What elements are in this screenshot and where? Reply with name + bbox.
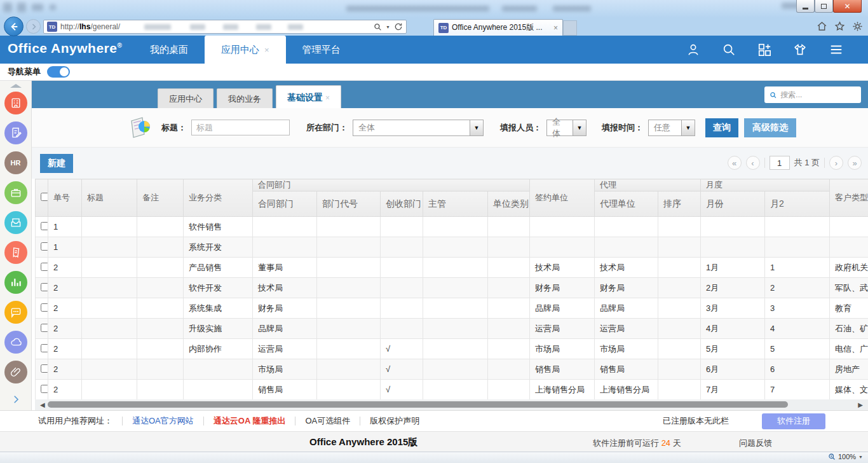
scroll-right-icon[interactable]: ▶: [858, 400, 863, 410]
zoom-control[interactable]: 100% ▼: [828, 453, 863, 460]
prev-page-button[interactable]: ‹: [746, 156, 760, 170]
app-sidebar: HR: [0, 81, 32, 410]
select-all-checkbox[interactable]: [41, 193, 48, 201]
column-header: 创收部门: [381, 191, 423, 217]
footer-link[interactable]: 通达OA官方网站: [132, 415, 194, 427]
apps-grid-icon[interactable]: [757, 43, 771, 57]
settings-gear-icon[interactable]: [852, 21, 863, 32]
scroll-left-icon[interactable]: ◀: [40, 400, 45, 410]
footer-link[interactable]: 版权保护声明: [370, 415, 419, 427]
row-checkbox[interactable]: [41, 344, 48, 352]
sidebar-item-bar-chart[interactable]: [4, 271, 27, 294]
table-cell: 上海销售分局: [530, 380, 595, 400]
hr-icon: HR: [11, 159, 21, 167]
scrollbar-thumb[interactable]: [48, 401, 788, 408]
sidebar-item-paperclip[interactable]: [4, 361, 27, 384]
first-page-button[interactable]: «: [728, 156, 742, 170]
sidebar-item-doc-edit[interactable]: [4, 121, 27, 144]
software-register-button[interactable]: 软件注册: [762, 413, 825, 429]
menu-icon[interactable]: [829, 43, 844, 57]
footer-link[interactable]: OA可选组件: [305, 415, 350, 427]
nav-tab-admin-platform[interactable]: 管理平台: [286, 36, 357, 64]
row-checkbox[interactable]: [41, 222, 48, 230]
next-page-button[interactable]: ›: [829, 156, 843, 170]
back-button[interactable]: [4, 17, 24, 36]
table-cell: 技术局: [530, 258, 595, 278]
sidebar-item-briefcase[interactable]: [4, 181, 27, 204]
row-checkbox[interactable]: [41, 242, 48, 251]
person-select[interactable]: 全体 ▼: [546, 120, 587, 136]
table-cell: [82, 339, 137, 359]
minimize-button[interactable]: [796, 0, 815, 13]
row-checkbox[interactable]: [41, 385, 48, 393]
sidebar-item-cloud[interactable]: [4, 331, 27, 354]
refresh-icon[interactable]: [394, 22, 403, 31]
search-input[interactable]: [780, 90, 856, 99]
table-cell: [253, 237, 317, 258]
close-button[interactable]: ✕: [833, 0, 862, 13]
workspace-tab-basic-settings[interactable]: 基础设置×: [276, 85, 341, 108]
row-checkbox[interactable]: [41, 303, 48, 312]
footer-link[interactable]: 通达云OA 隆重推出: [214, 415, 286, 427]
days-remaining: 24: [661, 438, 670, 448]
forward-button[interactable]: [26, 19, 41, 34]
sidebar-item-hr[interactable]: HR: [4, 151, 27, 174]
row-checkbox[interactable]: [41, 324, 48, 332]
favorites-star-icon[interactable]: [834, 21, 845, 32]
dept-select[interactable]: 全体 ▼: [353, 120, 484, 136]
table-cell: [488, 380, 530, 400]
nav-tab-desktop[interactable]: 我的桌面: [133, 36, 205, 64]
page-number-input[interactable]: [770, 156, 790, 170]
user-icon[interactable]: [686, 43, 700, 57]
time-select[interactable]: 任意 ▼: [648, 120, 695, 136]
feedback-link[interactable]: 问题反馈: [739, 438, 772, 449]
table-cell: [830, 217, 868, 237]
divider: [824, 158, 825, 168]
table-cell: 运营局: [595, 319, 658, 339]
workspace-tab-my-business[interactable]: 我的业务: [217, 88, 273, 108]
maximize-button[interactable]: [815, 0, 833, 13]
table-cell: [658, 339, 701, 359]
address-bar[interactable]: TD http://lhs/general/ ▼: [43, 20, 407, 34]
last-page-button[interactable]: »: [848, 156, 862, 170]
row-select-cell: [36, 319, 48, 339]
table-row: 1软件销售: [36, 217, 868, 237]
tab-close-icon[interactable]: ×: [325, 93, 330, 102]
column-header: 签约单位: [530, 179, 595, 217]
search-icon[interactable]: [722, 43, 736, 57]
nav-menu-row: 导航菜单: [0, 64, 868, 81]
tab-close-icon[interactable]: ×: [553, 24, 558, 32]
search-dropdown-icon[interactable]: ▼: [386, 25, 390, 29]
group-header-month: 月度: [701, 179, 830, 191]
row-checkbox[interactable]: [41, 364, 48, 373]
advanced-filter-button[interactable]: 高级筛选: [744, 118, 796, 137]
row-checkbox[interactable]: [41, 263, 48, 271]
sidebar-item-chat[interactable]: [4, 301, 27, 324]
table-cell: 3月: [701, 298, 765, 319]
theme-shirt-icon[interactable]: [793, 43, 807, 57]
tab-close-icon[interactable]: ×: [264, 45, 269, 55]
workspace-tab-app-center[interactable]: 应用中心: [158, 88, 214, 108]
new-button[interactable]: 新建: [40, 154, 73, 173]
search-icon[interactable]: [374, 23, 382, 31]
sidebar-expand-button[interactable]: [0, 394, 31, 405]
sidebar-scroll-up-icon[interactable]: [10, 84, 22, 88]
nav-tab-app-center[interactable]: 应用中心×: [205, 36, 286, 64]
row-select-cell: [36, 339, 48, 359]
title-filter-input[interactable]: [191, 120, 290, 135]
new-tab-button[interactable]: [563, 20, 577, 36]
sidebar-item-inbox[interactable]: [4, 211, 27, 234]
browser-chrome: TD http://lhs/general/ ▼ TD Office Anywh…: [0, 18, 868, 36]
row-checkbox[interactable]: [41, 283, 48, 291]
table-cell: 2: [48, 319, 82, 339]
sidebar-item-invoice[interactable]: [4, 241, 27, 264]
table-cell: 品牌局: [253, 319, 317, 339]
home-icon[interactable]: [817, 21, 827, 32]
table-cell: [658, 380, 701, 400]
data-grid: 单号标题备注业务分类合同部门签约单位代理月度客户类型合同部门部门代号创收部门主管…: [35, 179, 868, 399]
list-toolbar: 新建 « ‹ 共 1 页 › »: [32, 148, 868, 179]
query-button[interactable]: 查询: [705, 118, 738, 137]
browser-tab[interactable]: TD Office Anywhere 2015版 ... ×: [433, 19, 563, 36]
nav-menu-toggle[interactable]: [47, 66, 70, 78]
sidebar-item-org-building[interactable]: [4, 92, 27, 114]
